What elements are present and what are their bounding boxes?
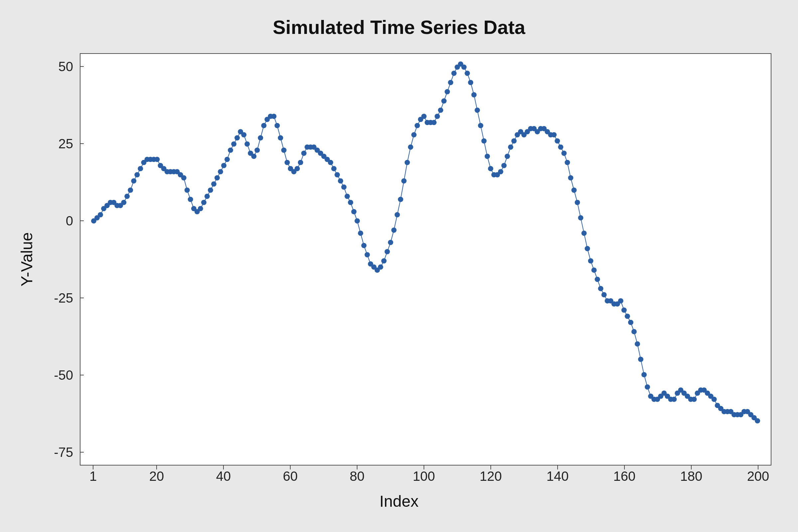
data-point: [578, 215, 583, 221]
y-tick-label: -75: [40, 445, 73, 460]
data-point: [98, 212, 103, 217]
data-point: [355, 218, 360, 224]
data-point: [234, 135, 240, 141]
data-point: [568, 175, 573, 180]
data-point: [388, 240, 393, 245]
y-tick-label: 50: [40, 59, 73, 74]
data-point: [251, 154, 256, 159]
data-point: [558, 144, 563, 150]
data-point: [448, 80, 453, 85]
data-point: [378, 264, 383, 270]
data-point: [625, 314, 630, 319]
x-tick-label: 120: [480, 469, 502, 484]
x-tick-label: 60: [283, 469, 298, 484]
y-tick-mark: [80, 298, 84, 298]
data-point: [478, 123, 483, 128]
data-point: [431, 120, 437, 125]
data-point: [508, 144, 513, 150]
x-tick-label: 1: [90, 469, 97, 484]
data-point: [461, 64, 467, 70]
data-point: [464, 71, 470, 76]
y-axis-title: Y-Value: [18, 232, 36, 287]
data-point: [328, 160, 333, 165]
data-point: [588, 258, 593, 264]
data-point: [485, 154, 490, 159]
data-point: [298, 160, 303, 165]
data-point: [631, 329, 637, 334]
data-point: [435, 114, 440, 119]
data-point: [421, 114, 426, 119]
data-point: [205, 193, 210, 199]
data-point: [395, 212, 400, 217]
data-point: [294, 166, 300, 171]
y-tick-label: 25: [40, 136, 73, 151]
plot-svg: [80, 54, 771, 465]
data-point: [408, 144, 413, 150]
data-point: [691, 397, 697, 402]
data-point: [331, 166, 337, 171]
data-point: [618, 298, 624, 304]
data-point: [498, 169, 504, 174]
data-point: [638, 357, 643, 362]
x-tick-mark: [156, 466, 157, 470]
data-point: [228, 148, 233, 153]
y-tick-label: -50: [40, 368, 73, 383]
data-point: [364, 252, 370, 258]
data-point: [241, 132, 246, 137]
data-point: [405, 160, 410, 165]
data-point: [561, 151, 567, 156]
data-point: [755, 418, 760, 424]
data-point: [635, 341, 640, 346]
data-point: [385, 249, 390, 254]
x-tick-mark: [491, 466, 491, 470]
data-point: [185, 188, 190, 193]
data-point: [501, 163, 507, 168]
x-tick-label: 100: [413, 469, 435, 484]
data-point: [198, 206, 203, 211]
x-tick-label: 200: [747, 469, 770, 484]
data-point: [641, 372, 647, 377]
data-point: [258, 135, 263, 141]
data-point: [628, 320, 633, 325]
x-tick-mark: [758, 466, 758, 470]
data-point: [591, 267, 597, 273]
data-point: [335, 172, 340, 177]
x-tick-mark: [357, 466, 358, 470]
data-point: [361, 243, 366, 248]
data-point: [301, 151, 307, 156]
chart-title: Simulated Time Series Data: [0, 16, 798, 38]
data-point: [574, 200, 580, 205]
x-tick-label: 80: [350, 469, 365, 484]
data-point: [225, 157, 230, 162]
data-point: [358, 230, 363, 236]
data-point: [214, 175, 220, 180]
x-tick-label: 40: [216, 469, 231, 484]
data-point: [711, 397, 717, 402]
data-point: [481, 138, 487, 144]
data-point: [471, 92, 476, 97]
data-point: [645, 384, 650, 390]
data-point: [441, 98, 446, 104]
data-point: [468, 80, 473, 85]
data-point: [622, 307, 627, 313]
data-point: [348, 200, 353, 205]
x-tick-mark: [223, 466, 224, 470]
y-tick-label: 0: [40, 213, 73, 228]
x-tick-label: 140: [547, 469, 569, 484]
data-point: [381, 258, 387, 264]
data-point: [134, 172, 140, 177]
data-point: [261, 123, 267, 128]
data-point: [565, 160, 570, 165]
data-point: [391, 227, 397, 233]
data-point: [338, 178, 343, 184]
y-tick-mark: [80, 375, 84, 375]
data-point: [671, 397, 677, 402]
data-point: [571, 188, 576, 193]
y-tick-mark: [80, 66, 84, 67]
data-point: [344, 193, 350, 199]
data-point: [221, 163, 226, 168]
data-point: [444, 89, 450, 94]
data-point: [128, 188, 133, 193]
y-tick-mark: [80, 452, 84, 453]
data-point: [511, 138, 517, 144]
